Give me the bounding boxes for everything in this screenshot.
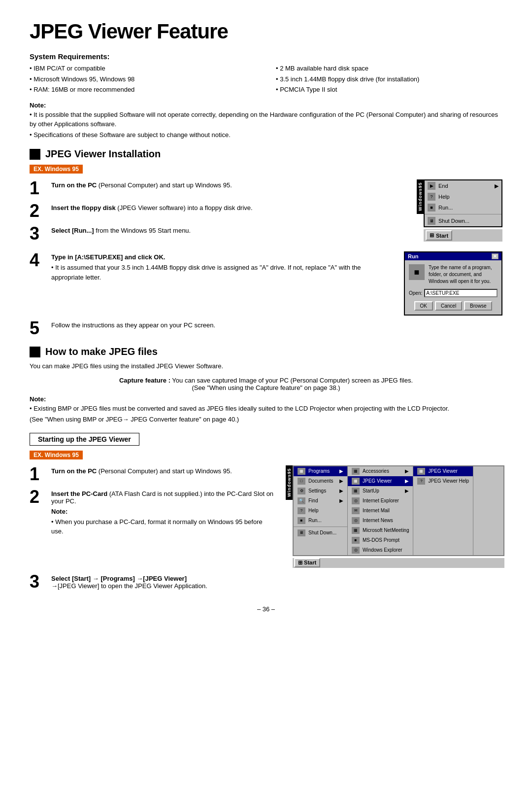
help-icon: ? (428, 193, 435, 201)
sys-req-right-list: 2 MB available hard disk space 3.5 inch … (276, 64, 502, 95)
bmp-note-label: Note: (30, 395, 502, 403)
start-label: Start (436, 233, 448, 239)
win95-programs-wrapper: Windows95 ▦ Programs ▶ □ Documents ▶ (286, 465, 502, 568)
capture-block: Capture feature : You can save captured … (30, 377, 502, 391)
jpegviewer-arrow: ▶ (405, 478, 409, 484)
msdos-icon: ■ (352, 537, 360, 544)
page-title: JPEG Viewer Feature (30, 20, 502, 43)
start-flag-icon: ⊞ (430, 232, 434, 239)
programs-item-run: ■ Run... (294, 516, 347, 526)
run-dialog-input-row: Open: (409, 289, 498, 297)
programs-item-jpeghelp: ? JPEG Viewer Help (413, 476, 473, 486)
bmp-note: Note: Existing BMP or JPEG files must be… (30, 395, 502, 423)
note-item: Specifications of these Software are sub… (30, 130, 502, 140)
run-open-input[interactable] (424, 289, 498, 297)
win95-taskbar2: ⊞ Start (293, 557, 504, 568)
accessories-icon: ▦ (352, 468, 360, 475)
sys-req-item: IBM PC/AT or compatible (30, 64, 256, 73)
inews-icon: ◎ (352, 517, 360, 524)
step-1: 1 Turn on the PC (Personal Computer) and… (30, 179, 394, 197)
run2-icon: ■ (298, 517, 305, 524)
starting-section: Starting up the JPEG Viewer (30, 433, 502, 451)
run-close-button[interactable]: ✕ (492, 253, 499, 259)
run-dialog-icon-row: ■ Type the name of a program, folder, or… (409, 264, 498, 285)
step-bold-1: Turn on the PC (51, 181, 97, 189)
settings-icon: ⚙ (298, 488, 305, 494)
programs-item-inews: ◎ Internet News (348, 516, 413, 526)
starting-step-2-bullet: When you purchase a PC-Card, format it n… (51, 517, 276, 536)
programs-item-explorer: ◎ Windows Explorer (348, 545, 413, 555)
bmp-note-list: Existing BMP or JPEG files must be conve… (30, 404, 502, 414)
run-dialog-titlebar: Run ✕ (405, 252, 501, 260)
documents-arrow: ▶ (339, 478, 343, 484)
starting-step-1: 1 Turn on the PC (Personal Computer) and… (30, 465, 276, 483)
step-number-1: 1 (30, 179, 47, 197)
run-open-label: Open: (409, 290, 422, 296)
start-label2: Start (304, 560, 316, 565)
win95-start-button[interactable]: ⊞ Start (426, 230, 452, 241)
step-content-4: Type in [A:\SETUP.EXE] and click OK. It … (51, 251, 394, 283)
sys-req-left: IBM PC/AT or compatible Microsoft Window… (30, 64, 256, 97)
starting-step-bold-2: Insert the PC-Card (51, 490, 107, 497)
help2-icon: ? (298, 507, 305, 514)
starting-step-number-3: 3 (30, 573, 47, 591)
run-dialog-text: Type the name of a program, folder, or d… (429, 264, 498, 285)
startup-label: StartUp (363, 488, 379, 493)
steps-col: 1 Turn on the PC (Personal Computer) and… (30, 179, 394, 247)
step-normal-1: (Personal Computer) and start up Windows… (97, 181, 232, 189)
win95-programs-vertical: Windows95 (286, 465, 293, 500)
explorer-label: Windows Explorer (363, 547, 402, 553)
netmeeting-icon: ▦ (352, 527, 360, 534)
win95-run-dialog: Run ✕ ■ Type the name of a program, fold… (404, 251, 502, 316)
col1-divider (294, 527, 347, 527)
page-number: – 36 – (30, 605, 502, 613)
run-ok-button[interactable]: OK (414, 301, 433, 311)
shutdown2-icon: 🖥 (298, 529, 305, 536)
start-flag-icon2: ⊞ (298, 560, 302, 565)
jpeghelp-label: JPEG Viewer Help (428, 478, 469, 484)
shutdown-label: Shut Down... (438, 218, 469, 224)
netmeeting-label: Microsoft NetMeeting (363, 528, 409, 533)
jpeg-installation-title: JPEG Viewer Installation (45, 148, 161, 160)
programs-item-ie: ◎ Internet Explorer (348, 496, 413, 506)
shutdown2-label: Shut Down... (308, 530, 336, 535)
imail-label: Internet Mail (363, 508, 390, 513)
run2-label: Run... (308, 518, 322, 523)
programs-item-shutdown: 🖥 Shut Down... (294, 528, 347, 538)
programs-col2: ▦ Accessories ▶ ▦ JPEG Viewer ▶ ▦ StartU… (348, 466, 413, 555)
capture-normal: You can save captured Image of your PC (… (170, 377, 413, 384)
run-dialog-icon: ■ (409, 264, 425, 280)
help-label: Help (438, 194, 450, 200)
menu-item-help: ? Help (425, 191, 501, 202)
win95-startmenu: ▶ End ▶ ? Help ■ Run... 🖥 (424, 179, 502, 227)
startup-arrow: ▶ (405, 488, 409, 493)
step-content-2: Insert the floppy disk (JPEG Viewer soft… (51, 202, 394, 211)
programs-label: Programs (308, 468, 330, 474)
programs-item-jpegviewer: ▦ JPEG Viewer ▶ (348, 476, 413, 486)
bmp-note-item2: (See "When using BMP or JPEG→ JPEG Conve… (30, 416, 502, 423)
jpeghelp-icon: ? (417, 478, 425, 485)
win95-start-button2[interactable]: ⊞ Start (294, 558, 320, 567)
sys-req-right: 2 MB available hard disk space 3.5 inch … (276, 64, 502, 97)
note-section: Note: It is possible that the supplied S… (30, 102, 502, 140)
win95-vertical-label: Windows95 (417, 179, 424, 214)
starting-step-content-2: Insert the PC-Card (ATA Flash Card is no… (51, 488, 276, 537)
programs-item-help: ? Help (294, 506, 347, 516)
step-bold-3: Select [Run...] (51, 227, 94, 234)
note-label: Note: (30, 102, 502, 109)
starting-step-content-1: Turn on the PC (Personal Computer) and s… (51, 465, 276, 475)
starting-step-2-note-label: Note: (51, 508, 276, 515)
starting-box: Starting up the JPEG Viewer (30, 433, 139, 446)
starting-steps-col: 1 Turn on the PC (Personal Computer) and… (30, 465, 276, 568)
explorer-icon: ◎ (352, 547, 360, 554)
run-browse-button[interactable]: Browse (464, 301, 492, 311)
starting-step-bold-3: Select [Start] → [Programs] →[JPEG Viewe… (51, 575, 187, 582)
run-label: Run... (438, 205, 453, 211)
ex-badge-installation: EX. Windows 95 (30, 165, 502, 179)
end-arrow: ▶ (495, 183, 499, 189)
run-cancel-button[interactable]: Cancel (435, 301, 462, 311)
run-dialog-title: Run (408, 253, 418, 259)
end-icon: ▶ (428, 182, 435, 190)
bmp-note-item: Existing BMP or JPEG files must be conve… (30, 404, 502, 414)
starting-step-content-3: Select [Start] → [Programs] →[JPEG Viewe… (51, 573, 502, 590)
